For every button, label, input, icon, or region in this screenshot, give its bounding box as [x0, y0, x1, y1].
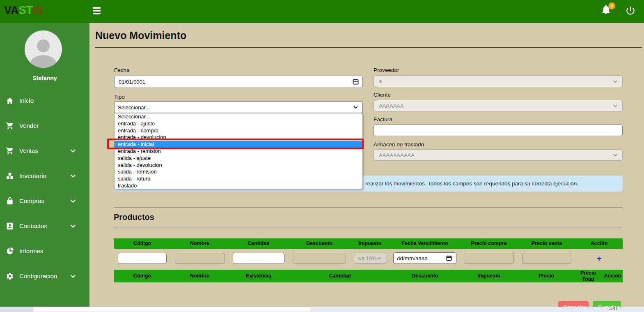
fecha-date-input[interactable] [114, 76, 363, 88]
fecha-vencimiento-input[interactable]: dd/mm/aaaa [393, 252, 456, 264]
logo-part-va: VA [4, 4, 19, 16]
home-icon [6, 97, 14, 105]
page-title: Nuevo Movimiento [95, 30, 186, 42]
status-mini-text: 3.47 [609, 306, 618, 311]
app-window: VASTIS 0 Stefanny InicioVenderVentasInve… [0, 0, 644, 312]
pie-chart-icon [6, 247, 14, 255]
sidebar-item-compras[interactable]: Compras [0, 188, 89, 213]
chevron-down-icon [70, 198, 76, 204]
calendar-icon[interactable] [446, 255, 452, 261]
column-header: Fecha Vencimiento [390, 238, 460, 249]
tipo-option[interactable]: salida - rotura [115, 176, 362, 183]
sidebar-item-informes[interactable]: Informes [0, 238, 89, 263]
entry-table-header: CódigoNombreCantidadDescuentoImpuestoFec… [114, 238, 623, 249]
tipo-option[interactable]: salida - remision [115, 169, 362, 176]
tipo-option[interactable]: entrada - compra [115, 127, 362, 134]
column-header: Existencia [229, 270, 289, 282]
sidebar-item-inicio[interactable]: Inicio [0, 88, 89, 113]
column-header: Cantidad [229, 238, 289, 249]
chevron-down-icon [612, 152, 618, 158]
tipo-option[interactable]: entrada - inicial [115, 141, 362, 148]
chevron-down-icon [612, 103, 618, 109]
sidebar-item-label: Ventas [19, 147, 38, 154]
impuesto-select[interactable]: iva 19% [354, 253, 386, 263]
impuesto-value: iva 19% [358, 255, 376, 261]
factura-label: Factura [374, 116, 392, 122]
sidebar-item-inventario[interactable]: Inventario [0, 163, 89, 188]
sidebar-username: Stefanny [0, 75, 89, 81]
chevron-down-icon [612, 79, 618, 84]
tipo-option[interactable]: salida - ajuste [115, 155, 362, 162]
cart-icon [6, 147, 14, 155]
productos-divider-top [114, 208, 623, 208]
sidebar: Stefanny InicioVenderVentasInventarioCom… [0, 23, 89, 307]
descuento-input [293, 253, 346, 264]
precio-compra-input [464, 253, 514, 264]
nombre-input [175, 253, 225, 264]
add-product-button[interactable]: + [597, 254, 601, 262]
bag-icon [6, 197, 14, 205]
calendar-icon[interactable] [352, 79, 359, 86]
proveedor-label: Proveedor [374, 67, 399, 73]
tipo-option[interactable]: entrada - devolucion [115, 134, 362, 141]
top-navbar: VASTIS 0 [0, 0, 644, 23]
fecha-label: Fecha [114, 67, 130, 73]
factura-input[interactable] [374, 125, 623, 136]
power-icon[interactable] [625, 5, 636, 16]
productos-divider-bottom [114, 227, 623, 227]
tipo-label: Tipo [114, 94, 125, 100]
hamburger-menu-icon[interactable] [93, 7, 101, 15]
sidebar-item-label: Inventario [19, 172, 46, 179]
cantidad-input[interactable] [233, 253, 284, 264]
notifications-button[interactable]: 0 [600, 3, 613, 18]
column-header: Descuento [289, 238, 350, 249]
tipo-option[interactable]: entrada - ajuste [115, 120, 362, 127]
proveedor-select[interactable]: a [374, 75, 623, 87]
sidebar-item-label: Inicio [19, 97, 34, 104]
gear-icon [6, 272, 14, 280]
almacen-value: AAAAAAAAAA [379, 152, 415, 158]
sidebar-item-ventas[interactable]: Ventas [0, 138, 89, 163]
productos-title: Productos [114, 213, 154, 222]
list-table-header: CódigoNombreExistenciaCantidadDescuentoI… [114, 270, 623, 282]
column-header: Código [114, 238, 171, 249]
horizontal-scrollbar-thumb[interactable] [33, 307, 311, 312]
sidebar-item-vender[interactable]: Vender [0, 113, 89, 138]
codigo-input[interactable] [118, 253, 167, 264]
title-divider [95, 47, 642, 48]
cart-plus-icon [6, 122, 14, 130]
sidebar-item-label: Vender [19, 122, 39, 129]
chevron-down-icon [70, 223, 76, 229]
proveedor-value: a [379, 78, 382, 84]
column-header: Cantidad [289, 270, 391, 282]
notification-count-badge: 0 [608, 2, 615, 9]
sidebar-item-configuracion[interactable]: Configuracion [0, 263, 89, 289]
tipo-option[interactable]: traslado [115, 183, 362, 190]
fecha-vencimiento-placeholder: dd/mm/aaaa [397, 255, 428, 261]
chevron-down-icon [377, 256, 382, 261]
tipo-selected-value: Seleccionar... [118, 104, 150, 111]
column-header: Descuento [391, 270, 459, 282]
column-header: Precio [519, 270, 574, 282]
cubes-icon [6, 172, 14, 180]
scrollbar-corner [0, 307, 33, 312]
sidebar-item-label: Informes [19, 247, 43, 254]
horizontal-scrollbar[interactable] [0, 307, 644, 312]
sidebar-item-contactos[interactable]: Contactos [0, 213, 89, 238]
column-header: Código [114, 270, 171, 282]
cliente-select[interactable]: AAAAAAA [374, 100, 623, 111]
tipo-option[interactable]: salida - devolucion [115, 162, 362, 169]
column-header: Precio Total [574, 270, 603, 282]
tipo-option[interactable]: entrada - remision [115, 148, 362, 155]
column-header: Nombre [171, 270, 229, 282]
column-header: Impuesto [350, 238, 390, 249]
tipo-options-dropdown: Seleccionar...entrada - ajusteentrada - … [114, 113, 363, 189]
column-header: Impuesto [459, 270, 519, 282]
almacen-select[interactable]: AAAAAAAAAA [374, 149, 623, 161]
tipo-option[interactable]: Seleccionar... [115, 113, 362, 120]
logo-part-is: IS [33, 4, 44, 16]
sidebar-nav: InicioVenderVentasInventarioComprasConta… [0, 88, 89, 289]
precio-venta-input [522, 253, 571, 264]
entry-table-input-row: iva 19% dd/mm/aaaa + [114, 248, 623, 268]
tipo-select[interactable]: Seleccionar... [114, 102, 363, 113]
